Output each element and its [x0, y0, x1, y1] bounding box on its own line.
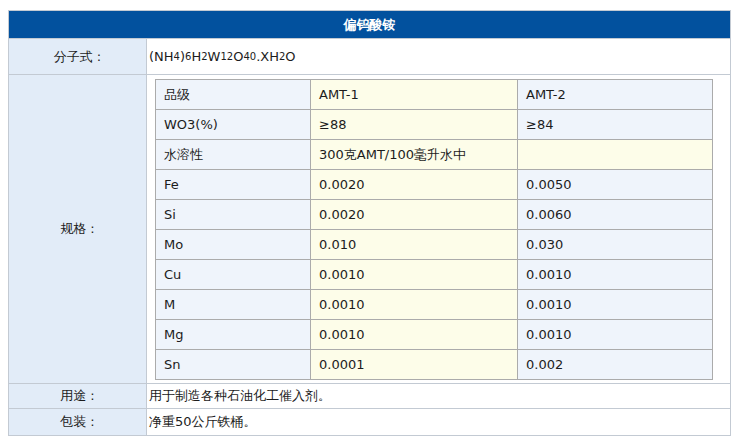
formula-text: (NH [149, 49, 174, 64]
spec-table: 品级AMT-1AMT-2WO3(%)≥88≥84水溶性300克AMT/100毫升… [155, 79, 713, 380]
spec-item-name: 水溶性 [156, 140, 311, 170]
spec-item-name: WO3(%) [156, 110, 311, 140]
spec-item-value: 0.0010 [311, 260, 518, 290]
field-row-packing: 包装 : 净重50公斤铁桶。 [9, 408, 730, 435]
spec-table-row: Fe0.00200.0050 [156, 170, 713, 200]
spec-table-row: Mg0.00100.0010 [156, 320, 713, 350]
molecular-formula-value: (NH4)6H2W12O40.XH2O [147, 39, 730, 74]
spec-item-name: M [156, 290, 311, 320]
formula-text: O [233, 49, 243, 64]
spec-table-row: 水溶性300克AMT/100毫升水中 [156, 140, 713, 170]
spec-item-value: 0.0001 [311, 350, 518, 380]
spec-item-value: 0.0020 [311, 200, 518, 230]
spec-item-value: 0.0010 [311, 320, 518, 350]
spec-table-row: Sn0.00010.002 [156, 350, 713, 380]
formula-text: O [285, 49, 295, 64]
spec-item-name: 品级 [156, 80, 311, 110]
spec-item-value: ≥88 [311, 110, 518, 140]
spec-item-value: 0.0010 [518, 320, 713, 350]
spec-item-name: Cu [156, 260, 311, 290]
spec-item-value: 0.0050 [518, 170, 713, 200]
spec-item-name: Sn [156, 350, 311, 380]
field-row-usage: 用途 : 用于制造各种石油化工催入剂。 [9, 383, 730, 408]
usage-value: 用于制造各种石油化工催入剂。 [147, 384, 730, 408]
spec-item-value: 0.0010 [311, 290, 518, 320]
packing-label: 包装 : [9, 409, 147, 435]
spec-table-row: Cu0.00100.0010 [156, 260, 713, 290]
formula-subscript: 12 [220, 51, 233, 62]
spec-table-row: Mo0.0100.030 [156, 230, 713, 260]
spec-item-value: 0.0010 [518, 260, 713, 290]
molecular-formula-label: 分子式 : [9, 39, 147, 74]
spec-item-value [518, 140, 713, 170]
product-title: 偏钨酸铵 [9, 11, 730, 38]
spec-item-value: 0.0020 [311, 170, 518, 200]
product-spec-card: 偏钨酸铵 分子式 : (NH4)6H2W12O40.XH2O 规格 : 品级AM… [8, 10, 731, 436]
spec-item-value: 0.0060 [518, 200, 713, 230]
formula-text: H [191, 49, 201, 64]
spec-item-value: 0.010 [311, 230, 518, 260]
packing-value: 净重50公斤铁桶。 [147, 409, 730, 435]
field-row-spec: 规格 : 品级AMT-1AMT-2WO3(%)≥88≥84水溶性300克AMT/… [9, 74, 730, 383]
spec-item-value: AMT-1 [311, 80, 518, 110]
spec-item-value: 300克AMT/100毫升水中 [311, 140, 518, 170]
spec-item-value: AMT-2 [518, 80, 713, 110]
spec-item-value: 0.002 [518, 350, 713, 380]
usage-label: 用途 : [9, 384, 147, 408]
spec-table-row: WO3(%)≥88≥84 [156, 110, 713, 140]
spec-item-name: Mg [156, 320, 311, 350]
spec-item-value: ≥84 [518, 110, 713, 140]
spec-value: 品级AMT-1AMT-2WO3(%)≥88≥84水溶性300克AMT/100毫升… [147, 75, 730, 383]
spec-item-name: Mo [156, 230, 311, 260]
formula-text: W [208, 49, 221, 64]
formula-subscript: 40 [243, 51, 256, 62]
spec-table-row: 品级AMT-1AMT-2 [156, 80, 713, 110]
spec-item-value: 0.0010 [518, 290, 713, 320]
spec-item-name: Fe [156, 170, 311, 200]
formula-text: .XH [256, 49, 279, 64]
spec-table-row: M0.00100.0010 [156, 290, 713, 320]
spec-label: 规格 : [9, 75, 147, 383]
field-row-molecular-formula: 分子式 : (NH4)6H2W12O40.XH2O [9, 38, 730, 74]
spec-table-row: Si0.00200.0060 [156, 200, 713, 230]
spec-item-name: Si [156, 200, 311, 230]
spec-item-value: 0.030 [518, 230, 713, 260]
